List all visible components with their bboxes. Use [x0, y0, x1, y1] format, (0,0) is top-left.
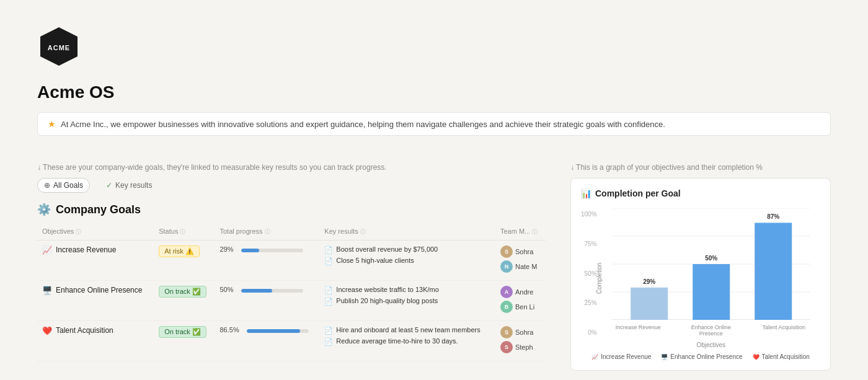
y-label-25: 25%	[585, 299, 597, 306]
key-result-item-0-1: 📄 Close 5 high-value clients	[324, 257, 490, 265]
objective-cell-1: 🖥️Enhance Online Presence	[37, 281, 154, 321]
goals-icon: ⚙️	[37, 203, 51, 216]
kr-text-2-1: Reduce average time-to-hire to 30 days.	[336, 337, 458, 345]
bar-talent-acquisition[interactable]	[755, 223, 792, 320]
avatar-2-1: S	[500, 341, 513, 353]
member-name-2-1: Steph	[515, 343, 533, 351]
kr-icon-2-0: 📄	[324, 327, 333, 335]
kr-text-2-0: Hire and onboard at least 5 new team mem…	[336, 326, 480, 334]
col-objectives: Objectives ⓘ	[37, 224, 154, 241]
legend-item-talent: ❤️ Talent Acquisition	[753, 353, 810, 360]
chart-svg: 29% 50% 87%	[602, 208, 820, 320]
y-axis-title: Completion	[595, 263, 602, 294]
tab-all-goals[interactable]: ⊕ All Goals	[37, 178, 90, 193]
member-name-1-0: Andre	[515, 288, 533, 296]
member-name-2-0: Sohra	[515, 329, 533, 336]
kr-icon-2-1: 📄	[324, 338, 333, 346]
status-badge-1: On track ✅	[159, 286, 206, 298]
status-cell-0: At risk ⚠️	[154, 241, 215, 281]
kr-text-1-0: Increase website traffic to 13K/mo	[336, 286, 439, 293]
right-section-hint: ↓ This is a graph of your objectives and…	[570, 163, 831, 172]
team-member-0-0: S Sohra	[500, 245, 541, 258]
key-results-cell-1: 📄 Increase website traffic to 13K/mo 📄 P…	[319, 281, 495, 321]
team-cell-2: S Sohra S Steph	[495, 321, 546, 361]
progress-fill-1	[241, 289, 272, 293]
tab-key-results[interactable]: ✓ Key results	[100, 178, 158, 193]
col-progress: Total progress ⓘ	[215, 224, 319, 241]
chart-bar-icon: 📊	[581, 188, 591, 198]
description-text: At Acme Inc., we empower businesses with…	[61, 120, 665, 129]
bar-enhance-online[interactable]	[693, 264, 730, 320]
kr-icon-0-1: 📄	[324, 257, 333, 265]
goals-table: Objectives ⓘ Status ⓘ Total progress ⓘ K…	[37, 224, 546, 361]
svg-text:ACME: ACME	[48, 44, 70, 51]
left-section-hint: ↓ These are your company-wide goals, the…	[37, 163, 546, 172]
goal-name-1: Enhance Online Presence	[56, 286, 142, 294]
x-axis-title: Objectives	[602, 342, 820, 348]
progress-bar-1	[241, 289, 303, 293]
acme-logo: ACME	[37, 25, 81, 68]
key-result-item-1-0: 📄 Increase website traffic to 13K/mo	[324, 286, 490, 294]
col-team: Team M... ⓘ	[495, 224, 546, 241]
progress-label-2: 86.5%	[219, 326, 239, 334]
page-title: Acme OS	[37, 82, 831, 102]
objective-cell-0: 📈Increase Revenue	[37, 241, 154, 281]
avatar-1-1: B	[500, 301, 513, 313]
goal-name-0: Increase Revenue	[56, 245, 116, 254]
tab-key-results-label: Key results	[115, 181, 152, 190]
progress-fill-0	[241, 249, 259, 252]
y-label-0: 0%	[588, 329, 596, 336]
bar-label-3: 87%	[767, 213, 779, 220]
key-result-item-0-0: 📄 Boost overall revenue by $75,000	[324, 245, 490, 254]
avatar-0-1: N	[500, 260, 513, 273]
y-label-100: 100%	[581, 211, 597, 218]
description-bar: ★ At Acme Inc., we empower businesses wi…	[37, 112, 831, 136]
goal-icon-0: 📈	[42, 245, 52, 255]
objective-cell-2: ❤️Talent Acquisition	[37, 321, 154, 361]
key-result-item-2-1: 📄 Reduce average time-to-hire to 30 days…	[324, 337, 490, 346]
team-cell-1: A Andre B Ben Li	[495, 281, 546, 321]
kr-icon-1-0: 📄	[324, 286, 333, 294]
team-member-2-1: S Steph	[500, 341, 541, 353]
chart-title: 📊 Completion per Goal	[581, 188, 820, 198]
team-member-2-0: S Sohra	[500, 326, 541, 338]
goal-icon-1: 🖥️	[42, 286, 52, 295]
tab-all-goals-label: All Goals	[53, 181, 83, 190]
status-badge-2: On track ✅	[159, 326, 206, 338]
chart-legend: 📈 Increase Revenue 🖥️ Enhance Online Pre…	[581, 353, 820, 360]
right-panel: ↓ This is a graph of your objectives and…	[570, 163, 831, 371]
team-member-1-0: A Andre	[500, 286, 541, 298]
team-cell-0: S Sohra N Nate M	[495, 241, 546, 281]
bar-label-1: 29%	[643, 278, 655, 285]
progress-bar-0	[241, 249, 303, 252]
bar-increase-revenue[interactable]	[631, 288, 668, 320]
progress-cell-0: 29%	[215, 241, 319, 281]
key-results-cell-2: 📄 Hire and onboard at least 5 new team m…	[319, 321, 495, 361]
progress-bar-2	[247, 329, 309, 333]
goal-icon-2: ❤️	[42, 326, 52, 335]
legend-item-revenue: 📈 Increase Revenue	[591, 353, 651, 360]
kr-text-0-0: Boost overall revenue by $75,000	[336, 245, 438, 253]
progress-fill-2	[247, 329, 301, 333]
avatar-1-0: A	[500, 286, 513, 298]
chart-container: 📊 Completion per Goal 100% 75% 50% 25% 0…	[570, 178, 831, 371]
table-row: 🖥️Enhance Online PresenceOn track ✅ 50% …	[37, 281, 546, 321]
member-name-0-0: Sohra	[515, 248, 533, 255]
tabs-container: ⊕ All Goals ✓ Key results	[37, 178, 546, 193]
company-goals-title: ⚙️ Company Goals	[37, 203, 546, 216]
key-result-item-2-0: 📄 Hire and onboard at least 5 new team m…	[324, 326, 490, 335]
kr-text-0-1: Close 5 high-value clients	[336, 257, 414, 264]
table-row: ❤️Talent AcquisitionOn track ✅ 86.5% 📄 H…	[37, 321, 546, 361]
all-goals-icon: ⊕	[44, 181, 50, 190]
status-cell-1: On track ✅	[154, 281, 215, 321]
x-label-3: Talent Acquisition	[759, 324, 808, 337]
team-member-0-1: N Nate M	[500, 260, 541, 273]
avatar-0-0: S	[500, 245, 513, 258]
x-label-1: Increase Revenue	[613, 324, 663, 337]
x-axis-labels: Increase Revenue Enhance Online Presence…	[602, 324, 820, 339]
progress-cell-2: 86.5%	[215, 321, 319, 361]
bar-label-2: 50%	[705, 255, 717, 262]
col-key-results: Key results ⓘ	[319, 224, 495, 241]
key-result-item-1-1: 📄 Publish 20 high-quality blog posts	[324, 297, 490, 306]
x-label-2: Enhance Online Presence	[686, 324, 736, 337]
